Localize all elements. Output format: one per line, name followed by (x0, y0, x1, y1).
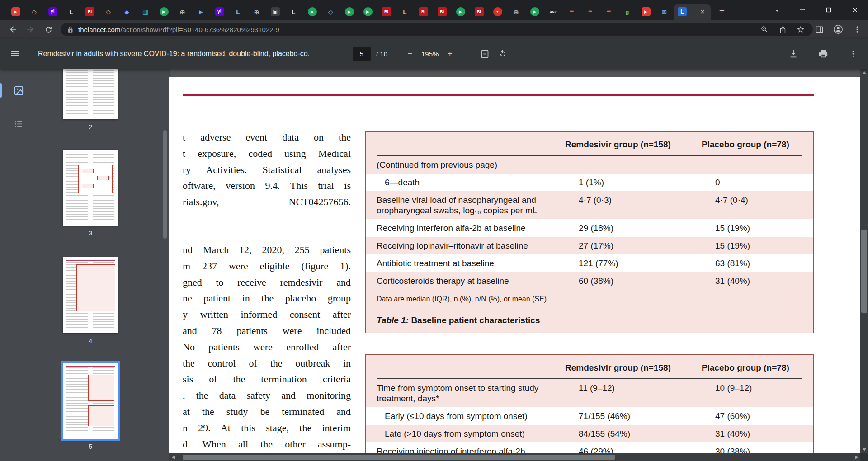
back-button[interactable] (5, 22, 21, 37)
tab-youtube[interactable]: ▶ (637, 4, 655, 20)
browser-menu-kebab-icon[interactable] (850, 22, 864, 37)
tab-favicon: L (401, 7, 410, 16)
scroll-up-arrow[interactable] (860, 69, 868, 76)
tab-grid-app[interactable]: ▦ (136, 4, 155, 20)
tab-substack[interactable]: ≡ (581, 4, 599, 20)
tab-business-insider[interactable]: BI (414, 4, 433, 20)
tab-favicon: ◇ (326, 7, 335, 16)
share-icon[interactable] (777, 24, 788, 35)
tab-blue-app[interactable]: ◆ (118, 4, 136, 20)
vertical-scrollbar-thumb[interactable] (861, 230, 867, 313)
tab-substack[interactable]: ≡ (562, 4, 581, 20)
pdf-text-line: ne patient in the placebo group (183, 290, 351, 306)
forward-button[interactable] (23, 22, 38, 37)
table-row: Receiving interferon alfa-2b at baseline… (366, 219, 813, 237)
sidebar-scrollbar-thumb[interactable] (163, 130, 167, 239)
tab-g-badge[interactable]: g (618, 4, 637, 20)
tab-mail[interactable]: ✉ (655, 4, 674, 20)
rotate-icon[interactable] (497, 48, 509, 60)
tab-shield[interactable]: ◇ (321, 4, 340, 20)
tab-globe[interactable]: ⊕ (247, 4, 266, 20)
zoom-in-button[interactable]: + (444, 48, 456, 60)
tab-blue-play[interactable]: ▶ (192, 4, 210, 20)
download-icon[interactable] (788, 48, 799, 60)
table-col-header: Remdesivir group (n=158) (565, 363, 702, 373)
scroll-right-arrow[interactable] (853, 453, 860, 461)
table-col-header: Placebo group (n=78) (702, 140, 802, 150)
outline-view-button[interactable] (8, 114, 29, 134)
tab-favicon: y! (48, 7, 57, 16)
tab-green-play[interactable]: ▶ (525, 4, 544, 20)
pdf-menu-hamburger-icon[interactable] (10, 48, 22, 60)
tab-lancet-pdf[interactable]: L (674, 4, 711, 20)
thumbnails-view-button[interactable] (8, 80, 29, 100)
tab-green-play[interactable]: ▶ (451, 4, 470, 20)
zoom-indicator-icon[interactable] (759, 24, 770, 35)
tab-close-icon[interactable] (698, 8, 707, 16)
table-row: (Continued from previous page) (366, 156, 813, 174)
print-icon[interactable] (817, 48, 829, 60)
tab-red-badge[interactable]: ● (488, 4, 507, 20)
tab-favicon: g (623, 7, 632, 16)
tab-lancet[interactable]: L (62, 4, 80, 20)
tab-youtube[interactable]: ▶ (6, 4, 25, 20)
vertical-scrollbar[interactable] (860, 69, 868, 453)
tab-business-insider[interactable]: BI (433, 4, 451, 20)
tab-dark-app[interactable]: ▣ (266, 4, 284, 20)
thumbnail-page-5[interactable]: 5 (54, 363, 127, 450)
bookmark-star-icon[interactable] (795, 24, 807, 35)
pdf-text-line: t adverse event data on the (183, 129, 351, 146)
tab-globe[interactable]: ⊕ (173, 4, 192, 20)
tab-shield[interactable]: ◇ (99, 4, 118, 20)
tab-favicon: ≡ (586, 7, 595, 16)
pdf-viewport: t adverse event data on thet exposure, c… (169, 69, 860, 453)
tab-lancet[interactable]: L (284, 4, 303, 20)
thumbnail-page-2[interactable]: 2 (54, 69, 127, 131)
table-col-header: Placebo group (n=78) (702, 363, 802, 373)
tab-yahoo[interactable]: y! (210, 4, 229, 20)
tab-lancet[interactable]: L (396, 4, 414, 20)
reload-button[interactable] (41, 22, 56, 37)
page-number-input[interactable] (353, 47, 371, 61)
tab-substack[interactable]: ≡ (599, 4, 618, 20)
window-minimize-button[interactable] (789, 0, 816, 20)
scroll-left-arrow[interactable] (169, 453, 177, 461)
tab-business-insider[interactable]: BI (377, 4, 396, 20)
tab-lancet[interactable]: L (229, 4, 247, 20)
tab-green-play[interactable]: ▶ (303, 4, 321, 20)
tab-globe[interactable]: ⊕ (507, 4, 525, 20)
scroll-down-arrow[interactable] (860, 446, 868, 453)
thumbnail-page-3[interactable]: 3 (54, 150, 127, 237)
side-panel-icon[interactable] (812, 22, 826, 37)
pdf-text-line: sis of the termination criteria (183, 371, 351, 387)
new-tab-button[interactable]: + (715, 4, 729, 18)
profile-avatar[interactable] (831, 22, 845, 37)
tab-business-insider[interactable]: BI (470, 4, 488, 20)
zoom-level-label: 195% (421, 50, 439, 58)
tab-search-chevron-button[interactable] (770, 4, 784, 18)
pdf-more-kebab-icon[interactable] (847, 48, 859, 60)
tab-green-play[interactable]: ▶ (340, 4, 359, 20)
horizontal-scrollbar[interactable] (169, 453, 860, 461)
page-total-label: / 10 (376, 50, 387, 58)
table-1-baseline-characteristics: Remdesivir group (n=158) Placebo group (… (365, 131, 814, 333)
tab-favicon: ▶ (197, 7, 206, 16)
tab-green-play[interactable]: ▶ (359, 4, 377, 20)
tab-yahoo[interactable]: y! (43, 4, 62, 20)
tab-business-insider[interactable]: BI (80, 4, 99, 20)
thumbnail-page-number: 3 (54, 229, 127, 237)
zoom-out-button[interactable]: − (404, 48, 416, 60)
pdf-text-line: , the data safety and monitoring (183, 387, 351, 404)
tab-favicon: ▶ (642, 7, 651, 16)
tab-shield[interactable]: ◇ (25, 4, 43, 20)
address-bar[interactable]: thelancet.com/action/showPdf?pii=S0140-6… (61, 23, 813, 36)
tab-green-play[interactable]: ▶ (155, 4, 173, 20)
horizontal-scrollbar-thumb[interactable] (183, 455, 615, 460)
toolbar-divider (396, 48, 396, 60)
fit-to-page-icon[interactable] (479, 48, 491, 60)
window-close-button[interactable] (842, 0, 868, 20)
tab-text-logo[interactable]: ANZ (544, 4, 562, 20)
window-maximize-button[interactable] (816, 0, 842, 20)
pdf-text-line: n 29. At this stage, the interim (183, 420, 351, 436)
thumbnail-page-4[interactable]: 4 (54, 257, 127, 344)
